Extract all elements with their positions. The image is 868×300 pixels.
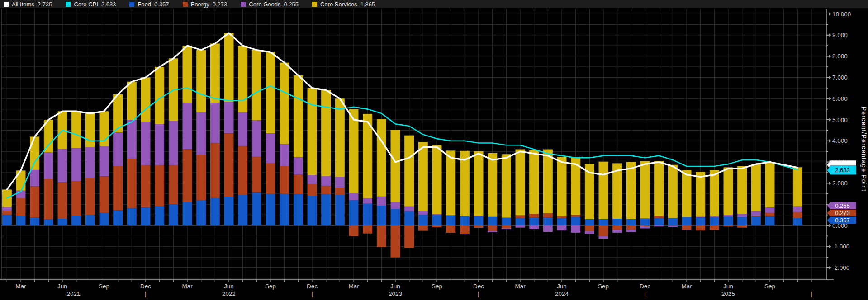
y-axis-tick-arrow-icon (829, 181, 831, 185)
bar-segment-core-services (626, 162, 636, 219)
legend-item-food[interactable]: Food0.357 (129, 1, 169, 8)
food-badge-text: 0.357 (835, 217, 850, 224)
bar-segment-core-goods (599, 236, 608, 239)
bar-segment-core-services (16, 170, 25, 190)
bar-segment-food (488, 217, 497, 225)
y-axis-label: -1.000 (832, 243, 849, 250)
y-axis-label: 2.000 (832, 180, 848, 187)
bar-segment-energy (668, 225, 678, 226)
legend-item-energy[interactable]: Energy0.273 (183, 1, 228, 8)
bar-segment-core-services (85, 113, 95, 147)
chart-legend: All Items2.735Core CPI2.633Food0.357Ener… (0, 0, 868, 8)
bar-segment-core-services (252, 50, 261, 121)
bar-segment-core-services (266, 52, 275, 133)
bar-segment-core-goods (349, 193, 359, 200)
bar-segment-core-goods (793, 207, 802, 212)
chart-area[interactable]: 10.0009.0008.0007.0006.0005.0004.0003.00… (0, 8, 868, 300)
bar-segment-core-goods (169, 121, 178, 165)
bar-segment-energy (85, 178, 95, 215)
y-axis-tick-arrow-icon (829, 224, 831, 227)
bar-segment-core-goods (196, 112, 206, 155)
bar-segment-food (391, 209, 400, 225)
bar-segment-food (252, 192, 261, 225)
bar-segment-core-goods (751, 211, 761, 216)
bar-segment-energy (585, 225, 594, 231)
bar-segment-energy (696, 225, 705, 230)
y-axis-tick-arrow-icon (829, 33, 831, 37)
x-axis-month-label: Jun (390, 283, 400, 290)
legend-item-core-services[interactable]: Core Services1.865 (312, 1, 375, 8)
x-axis-month-label: Sep (265, 283, 276, 290)
bar-segment-food (210, 198, 220, 225)
y-axis-label: 6.000 (832, 95, 848, 102)
bar-segment-core-goods (71, 148, 81, 181)
legend-label: All Items (12, 1, 34, 8)
bar-segment-core-goods (432, 214, 442, 215)
core-cpi-swatch-icon (66, 2, 71, 7)
bar-segment-core-goods (155, 124, 164, 165)
bar-segment-core-goods (418, 211, 428, 215)
bar-segment-core-services (724, 167, 733, 215)
bar-segment-core-goods (99, 146, 109, 177)
x-axis-month-label: Mar (681, 283, 692, 290)
legend-label: Energy (191, 1, 209, 8)
legend-item-all-items[interactable]: All Items2.735 (4, 1, 52, 8)
x-axis-month-label: Dec (640, 283, 650, 290)
bar-segment-core-services (751, 164, 761, 211)
food-swatch-icon (129, 2, 134, 7)
bar-segment-core-services (432, 145, 442, 215)
bar-segment-energy (418, 225, 428, 231)
bar-segment-core-services (183, 46, 192, 103)
bar-segment-core-goods (294, 157, 303, 174)
y-axis-tick-arrow-icon (829, 245, 831, 248)
chart-canvas[interactable]: 10.0009.0008.0007.0006.0005.0004.0003.00… (0, 8, 868, 300)
bar-segment-food (2, 215, 12, 225)
core-goods-badge-text: 0.255 (835, 202, 850, 209)
bar-segment-energy (543, 213, 553, 217)
bar-segment-food (238, 195, 247, 225)
bar-segment-energy (557, 216, 567, 218)
bar-segment-core-goods (640, 226, 650, 229)
bar-segment-energy (169, 165, 178, 205)
bar-segment-energy (391, 225, 400, 258)
bar-segment-core-goods (765, 207, 775, 213)
bar-segment-food (557, 218, 567, 225)
bar-segment-energy (349, 225, 359, 236)
x-axis-month-label: Mar (348, 283, 359, 290)
bar-segment-food (502, 218, 511, 225)
bar-segment-core-services (141, 77, 151, 122)
x-axis-month-label: Jun (224, 283, 234, 290)
core-services-swatch-icon (312, 2, 317, 7)
legend-item-core-goods[interactable]: Core Goods0.255 (241, 1, 299, 8)
bar-segment-energy (460, 225, 470, 234)
bar-segment-food (516, 218, 525, 225)
bar-segment-energy (404, 225, 414, 248)
bar-segment-energy (57, 183, 67, 219)
bar-segment-energy (155, 165, 164, 206)
bar-segment-core-goods (308, 175, 317, 184)
legend-value: 0.357 (154, 1, 169, 8)
bar-segment-core-goods (44, 153, 53, 179)
bar-segment-energy (529, 214, 539, 217)
bar-segment-food (224, 197, 234, 225)
bar-segment-core-goods (502, 228, 511, 229)
bar-segment-core-goods (85, 147, 95, 178)
y-axis-label: 9.000 (832, 32, 848, 38)
x-axis-month-label: Sep (99, 283, 109, 290)
bar-segment-core-goods (30, 170, 39, 187)
bar-segment-food (696, 217, 705, 225)
bar-segment-food (183, 202, 192, 225)
bar-segment-core-goods (238, 112, 247, 146)
x-axis-year-label: 2021 (66, 291, 80, 297)
legend-value: 0.273 (213, 1, 228, 8)
x-axis-month-label: Mar (182, 283, 193, 290)
bar-segment-core-goods (654, 225, 664, 226)
x-axis-month-label: Dec (473, 283, 484, 290)
bar-segment-core-services (710, 170, 719, 216)
bar-segment-core-services (682, 170, 692, 217)
x-axis-month-label: Sep (764, 283, 775, 290)
bar-segment-food (682, 217, 692, 225)
legend-item-core-cpi[interactable]: Core CPI2.633 (66, 1, 116, 8)
bar-segment-core-services (335, 98, 345, 177)
bar-segment-energy (710, 225, 719, 230)
